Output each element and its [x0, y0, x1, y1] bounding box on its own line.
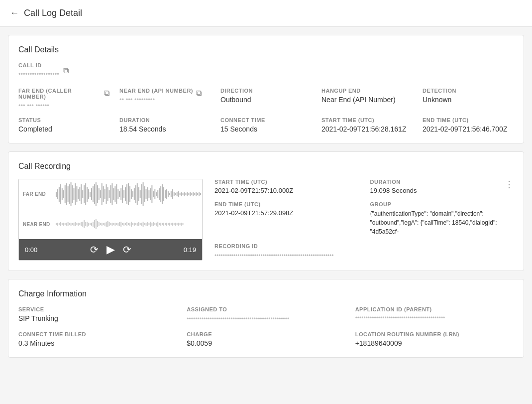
svg-rect-61: [146, 189, 147, 199]
svg-rect-185: [183, 223, 184, 225]
svg-rect-108: [69, 223, 70, 225]
svg-rect-63: [148, 190, 149, 198]
svg-rect-40: [114, 186, 115, 202]
svg-rect-62: [147, 187, 148, 201]
svg-rect-152: [134, 223, 135, 226]
svg-rect-25: [93, 186, 94, 202]
svg-rect-39: [113, 188, 114, 200]
svg-rect-183: [180, 223, 181, 225]
svg-rect-100: [57, 223, 58, 226]
svg-rect-171: [162, 223, 163, 225]
rewind-button[interactable]: ⟳: [90, 244, 99, 256]
call-details-row1: FAR END (CALLER NUMBER) ••• ••• •••••• ⧉…: [18, 88, 514, 109]
recording-menu-button[interactable]: ⋮: [505, 179, 514, 190]
svg-rect-96: [197, 193, 198, 195]
svg-rect-169: [159, 223, 160, 225]
svg-rect-173: [165, 223, 166, 225]
connect-time-label: CONNECT TIME: [220, 117, 312, 123]
svg-rect-29: [99, 188, 100, 200]
status-field: STATUS Completed: [18, 117, 109, 133]
page-title: Call Log Detail: [24, 8, 82, 18]
svg-rect-41: [116, 184, 117, 204]
svg-rect-6: [65, 185, 66, 203]
near-end-track: NEAR END: [19, 209, 202, 239]
svg-rect-18: [82, 190, 83, 198]
recording-info-panel: ⋮ START TIME (UTC) 2021-02-09T21:57:10.0…: [214, 179, 514, 260]
page-header: ← Call Log Detail: [0, 0, 532, 27]
svg-rect-99: [56, 223, 57, 225]
svg-rect-110: [72, 223, 73, 225]
svg-rect-14: [76, 186, 77, 202]
svg-rect-81: [175, 193, 176, 195]
hangup-end-field: HANGUP END Near End (API Number): [321, 88, 413, 109]
svg-rect-145: [123, 223, 124, 226]
end-time-value: 2021-02-09T21:56:46.700Z: [423, 125, 514, 133]
svg-rect-60: [144, 186, 145, 202]
svg-rect-114: [78, 223, 79, 226]
svg-rect-59: [143, 182, 144, 206]
end-time-field: END TIME (UTC) 2021-02-09T21:56:46.700Z: [423, 117, 514, 133]
svg-rect-72: [162, 184, 163, 204]
rec-end-time-field: END TIME (UTC) 2021-02-09T21:57:29.098Z: [214, 201, 358, 236]
connect-billed-field: CONNECT TIME BILLED 0.3 Minutes: [18, 331, 177, 347]
svg-rect-10: [71, 182, 72, 206]
start-time-label: START TIME (UTC): [321, 117, 413, 123]
svg-rect-5: [63, 190, 64, 198]
forward-button[interactable]: ⟳: [123, 244, 131, 256]
player-controls: 0:00 ⟳ ▶ ⟳ 0:19: [19, 239, 202, 260]
direction-field: DIRECTION Outbound: [220, 88, 312, 109]
svg-rect-82: [177, 192, 178, 196]
svg-rect-134: [107, 221, 108, 227]
svg-rect-174: [166, 223, 167, 226]
status-label: STATUS: [18, 117, 109, 123]
detection-value: Unknown: [423, 96, 514, 104]
svg-rect-54: [135, 185, 136, 203]
near-end-field: NEAR END (API NUMBER) •• ••• ••••••••• ⧉: [119, 88, 211, 109]
svg-rect-167: [156, 223, 157, 226]
svg-rect-125: [94, 220, 95, 228]
svg-rect-149: [129, 223, 130, 226]
far-end-value: ••• ••• ••••••: [18, 102, 101, 109]
svg-rect-139: [114, 223, 115, 226]
svg-rect-1: [57, 189, 58, 199]
svg-rect-113: [76, 223, 77, 225]
svg-rect-136: [110, 223, 111, 225]
app-id-label: APPLICATION ID (PARENT): [355, 306, 514, 312]
near-end-value: •• ••• •••••••••: [119, 96, 193, 103]
svg-rect-73: [163, 187, 164, 201]
detection-label: DETECTION: [423, 88, 514, 94]
svg-rect-0: [56, 192, 57, 197]
near-end-waveform: [55, 209, 202, 239]
svg-rect-155: [138, 222, 139, 226]
charge-information-card: Charge Information SERVICE SIP Trunking …: [8, 279, 524, 358]
copy-call-id-button[interactable]: ⧉: [63, 66, 69, 75]
rec-duration-label: DURATION: [370, 179, 514, 185]
svg-rect-144: [122, 223, 123, 225]
svg-rect-178: [172, 223, 173, 226]
call-recording-card: Call Recording FAR END: [8, 151, 524, 271]
play-button[interactable]: ▶: [106, 243, 115, 256]
svg-rect-21: [87, 187, 88, 202]
far-end-track-label: FAR END: [19, 191, 55, 197]
rec-recording-id-value: ••••••••••••••••••••••••••••••••••••••••…: [214, 251, 358, 260]
svg-rect-184: [181, 223, 182, 226]
playback-controls: ⟳ ▶ ⟳: [90, 243, 131, 256]
svg-rect-159: [144, 223, 145, 225]
svg-rect-24: [91, 188, 92, 200]
back-button[interactable]: ←: [10, 8, 19, 18]
svg-rect-115: [79, 223, 80, 225]
copy-far-end-button[interactable]: ⧉: [104, 89, 109, 98]
svg-rect-43: [119, 191, 120, 197]
svg-rect-31: [102, 183, 103, 205]
rec-duration-field: DURATION 19.098 Seconds: [370, 179, 514, 194]
charge-value: $0.0059: [187, 339, 345, 347]
svg-rect-109: [71, 223, 72, 226]
charge-info-title: Charge Information: [18, 289, 514, 298]
rec-group-label: GROUP: [370, 201, 514, 207]
svg-rect-4: [62, 188, 63, 200]
svg-rect-143: [120, 222, 121, 227]
copy-near-end-button[interactable]: ⧉: [196, 89, 202, 98]
service-field: SERVICE SIP Trunking: [18, 306, 177, 323]
svg-rect-42: [117, 189, 118, 199]
svg-rect-164: [151, 223, 152, 226]
